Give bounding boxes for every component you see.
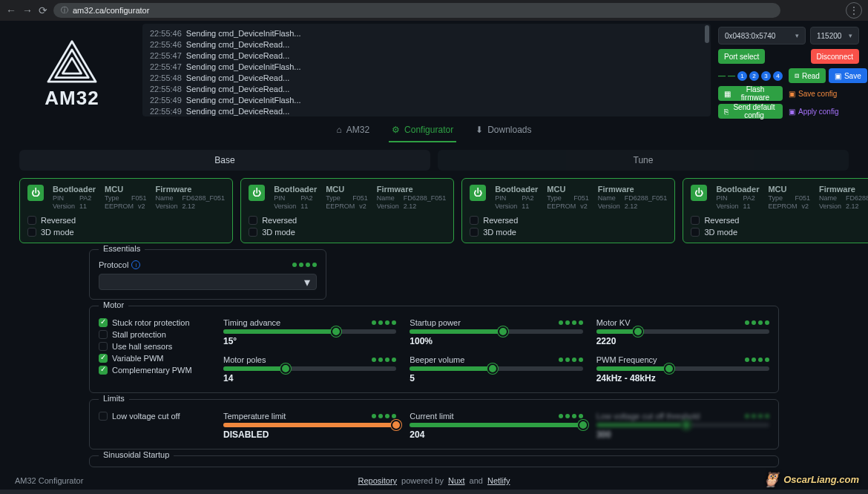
chk-reversed[interactable]: Reversed: [249, 216, 446, 225]
chk-hall-sensors[interactable]: Use hall sensors: [99, 342, 210, 351]
section-title: Essentials: [99, 244, 145, 253]
back-icon[interactable]: ←: [6, 4, 16, 16]
home-icon: ⌂: [336, 125, 341, 135]
esc-card-4[interactable]: ⏻ BootloaderPINPA2Version11 MCUTypeF051E…: [683, 178, 868, 243]
slider-startup-power[interactable]: [410, 329, 582, 334]
slider-timing-advance[interactable]: [223, 329, 396, 334]
save-config-link[interactable]: ▣Save config: [789, 90, 867, 98]
apply-config-link[interactable]: ▣Apply config: [789, 108, 867, 116]
chk-stall-protection[interactable]: Stall protection: [99, 330, 210, 339]
slider-temperature-limit[interactable]: [223, 423, 396, 427]
chk-stuck-rotor[interactable]: Stuck rotor protection: [99, 318, 210, 327]
repository-link[interactable]: Repository: [358, 476, 398, 485]
protocol-select[interactable]: ▾: [99, 274, 317, 290]
gear-icon: ⚙: [392, 125, 400, 135]
esc-1-badge[interactable]: 1: [737, 71, 747, 81]
chk-reversed[interactable]: Reversed: [27, 216, 225, 225]
read-button[interactable]: ⧈Read: [789, 68, 826, 83]
chk-low-voltage-cutoff[interactable]: Low voltage cut off: [99, 412, 210, 421]
esc-2-badge[interactable]: 2: [749, 71, 759, 81]
param-low-voltage-threshold: Low voltage cut off threshold 300: [596, 412, 769, 440]
apply-icon: ▣: [789, 108, 795, 116]
chk-reversed[interactable]: Reversed: [691, 216, 868, 225]
download-icon: ⬇: [476, 125, 483, 135]
horizontal-scrollbar[interactable]: [0, 490, 868, 494]
logo: AM32: [9, 24, 135, 119]
save-icon: ▣: [789, 90, 795, 98]
chip-icon: ▦: [724, 90, 731, 98]
param-motor-poles: Motor poles 14: [223, 355, 396, 383]
footer-title: AM32 Configurator: [15, 476, 83, 485]
site-info-icon: ⓘ: [61, 5, 68, 16]
section-sinusoidal: Sinusoidal Startup: [89, 455, 779, 467]
netlify-link[interactable]: Netlify: [487, 476, 510, 485]
section-essentials: Essentials Protocoli ▾: [89, 249, 326, 300]
power-icon[interactable]: ⏻: [27, 185, 44, 201]
esc-card-2[interactable]: ⏻ BootloaderPINPA2Version11 MCUTypeF051E…: [240, 178, 454, 243]
save-button[interactable]: ▣Save: [829, 68, 867, 83]
watermark: 🦉OscarLiang.com: [762, 470, 859, 488]
disconnect-button[interactable]: Disconnect: [811, 49, 859, 64]
chk-3d-mode[interactable]: 3D mode: [470, 228, 667, 237]
footer: AM32 Configurator Repository powered by …: [0, 472, 868, 490]
main-nav: ⌂AM32 ⚙Configurator ⬇Downloads: [0, 119, 868, 142]
browser-chrome: ← → ⟳ ⓘ am32.ca/configurator ⋮: [0, 0, 868, 21]
chk-3d-mode[interactable]: 3D mode: [691, 228, 868, 237]
chk-reversed[interactable]: Reversed: [470, 216, 667, 225]
power-icon[interactable]: ⏻: [470, 185, 486, 201]
nuxt-link[interactable]: Nuxt: [448, 476, 465, 485]
chk-3d-mode[interactable]: 3D mode: [249, 228, 446, 237]
nav-am32[interactable]: ⌂AM32: [333, 125, 372, 142]
esc-card-1[interactable]: ⏻ BootloaderPINPA2Version11 MCUTypeF051E…: [19, 178, 233, 243]
section-limits: Limits Low voltage cut off Temperature l…: [89, 399, 779, 449]
param-temperature-limit: Temperature limit DISABLED: [223, 412, 396, 440]
param-motor-kv: Motor KV 2220: [596, 318, 769, 346]
chk-complementary-pwm[interactable]: Complementary PWM: [99, 366, 210, 375]
forward-icon[interactable]: →: [22, 4, 33, 16]
send-default-config-button[interactable]: ⎘Send default config: [718, 104, 783, 119]
esc-4-badge[interactable]: 4: [773, 71, 783, 81]
section-title: Sinusoidal Startup: [99, 450, 174, 459]
flash-firmware-button[interactable]: ▦Flash firmware: [718, 86, 783, 101]
esc-3-badge[interactable]: 3: [761, 71, 771, 81]
log-scrollbar[interactable]: [705, 25, 709, 115]
url-text: am32.ca/configurator: [73, 6, 149, 15]
power-icon[interactable]: ⏻: [691, 185, 707, 201]
slider-beeper-volume[interactable]: [410, 366, 582, 371]
chevron-down-icon: ▾: [795, 32, 799, 39]
nav-configurator[interactable]: ⚙Configurator: [389, 125, 456, 142]
baud-select[interactable]: 115200▾: [810, 27, 859, 45]
reload-icon[interactable]: ⟳: [39, 4, 47, 16]
param-current-limit: Current limit 204: [410, 412, 582, 440]
section-title: Limits: [99, 394, 129, 403]
chevron-down-icon: ▾: [304, 275, 310, 289]
protocol-label: Protocoli: [99, 260, 140, 269]
owl-icon: 🦉: [762, 470, 780, 488]
slider-motor-kv[interactable]: [596, 329, 769, 334]
param-beeper-volume: Beeper volume 5: [410, 355, 582, 383]
chk-3d-mode[interactable]: 3D mode: [27, 228, 225, 237]
slider-low-voltage-threshold: [596, 423, 769, 427]
esc-indicator-row: —— 1 2 3 4: [718, 71, 783, 81]
nav-downloads[interactable]: ⬇Downloads: [473, 125, 534, 142]
slider-motor-poles[interactable]: [223, 366, 396, 371]
save-icon: ▣: [835, 72, 841, 80]
power-icon[interactable]: ⏻: [249, 185, 265, 201]
tab-tune[interactable]: Tune: [438, 150, 849, 171]
send-icon: ⎘: [724, 108, 729, 116]
url-bar[interactable]: ⓘ am32.ca/configurator: [53, 3, 780, 18]
param-startup-power: Startup power 100%: [410, 318, 582, 346]
param-timing-advance: Timing advance 15°: [223, 318, 396, 346]
chk-variable-pwm[interactable]: Variable PWM: [99, 354, 210, 363]
slider-pwm-frequency[interactable]: [596, 366, 769, 371]
device-select[interactable]: 0x0483:0x5740▾: [718, 27, 806, 45]
log-console: 22:55:46Sending cmd_DeviceInitFlash... 2…: [142, 24, 711, 116]
esc-card-3[interactable]: ⏻ BootloaderPINPA2Version11 MCUTypeF051E…: [461, 178, 675, 243]
browser-menu-icon[interactable]: ⋮: [846, 2, 862, 19]
info-icon[interactable]: i: [131, 260, 140, 269]
slider-current-limit[interactable]: [410, 423, 582, 427]
download-icon: ⧈: [795, 71, 799, 80]
chevron-down-icon: ▾: [849, 32, 852, 39]
tab-base[interactable]: Base: [19, 150, 430, 171]
port-select-button[interactable]: Port select: [718, 49, 765, 64]
